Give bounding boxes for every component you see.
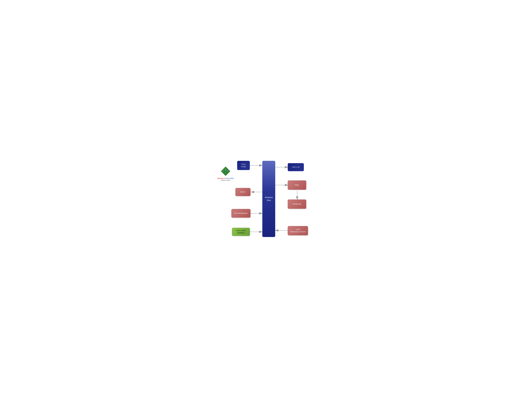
logo-sub: Academic Projects bbox=[216, 180, 235, 181]
logo-projects: PROJECTS bbox=[217, 177, 226, 179]
potentiometer-block: 10K Potentiometer bbox=[231, 209, 250, 218]
svg-text:P: P bbox=[225, 170, 226, 171]
svg-text:F: F bbox=[225, 171, 226, 172]
logo-icon: P F bbox=[220, 166, 231, 176]
arduino-block: Arduino Uno bbox=[262, 161, 275, 237]
lm35-block: LM35 (Temperature Sensor) bbox=[288, 226, 308, 235]
relay-block: Relay bbox=[288, 180, 306, 190]
svg-point-15 bbox=[225, 172, 226, 173]
power-supply-block: Power Supply bbox=[237, 161, 250, 170]
lcd-block: 16X2 LCD bbox=[288, 163, 304, 171]
logo-area: P F PROJECTS FACTORY Academic Projects bbox=[216, 166, 235, 181]
svg-point-16 bbox=[224, 171, 224, 171]
diagram-container: P F PROJECTS FACTORY Academic Projects P… bbox=[214, 154, 318, 245]
logo-text: PROJECTS FACTORY bbox=[216, 177, 235, 179]
svg-point-17 bbox=[227, 171, 228, 171]
logo-factory: FACTORY bbox=[226, 177, 234, 179]
buzzer-block: Buzzer bbox=[235, 188, 250, 196]
transformer-block: Transformer bbox=[288, 200, 306, 209]
gsm-block: GSM module (SIM800C) bbox=[232, 228, 250, 236]
